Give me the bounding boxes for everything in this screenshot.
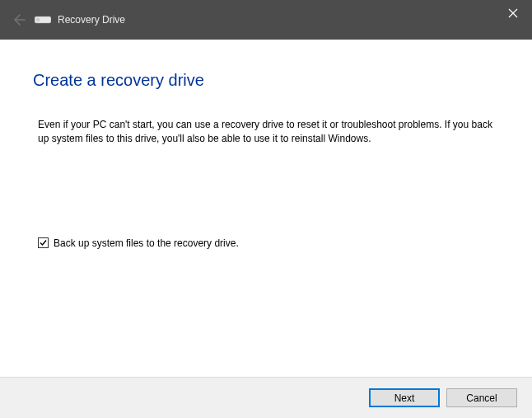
page-heading: Create a recovery drive: [33, 71, 499, 90]
close-icon: [508, 8, 518, 18]
footer: Next Cancel: [0, 377, 532, 418]
titlebar: Recovery Drive: [0, 0, 532, 40]
backup-checkbox-row[interactable]: Back up system files to the recovery dri…: [38, 237, 499, 249]
recovery-drive-icon: [35, 14, 51, 26]
window-title: Recovery Drive: [58, 14, 125, 26]
backup-checkbox-label: Back up system files to the recovery dri…: [54, 237, 239, 249]
backup-checkbox[interactable]: [38, 237, 49, 248]
checkmark-icon: [39, 238, 48, 247]
next-button[interactable]: Next: [369, 388, 440, 407]
cancel-button[interactable]: Cancel: [446, 388, 517, 407]
back-arrow-icon: [12, 12, 28, 28]
svg-rect-1: [36, 18, 40, 21]
content-area: Create a recovery drive Even if your PC …: [0, 40, 532, 377]
description-text: Even if your PC can't start, you can use…: [38, 118, 494, 147]
close-button[interactable]: [494, 0, 532, 26]
